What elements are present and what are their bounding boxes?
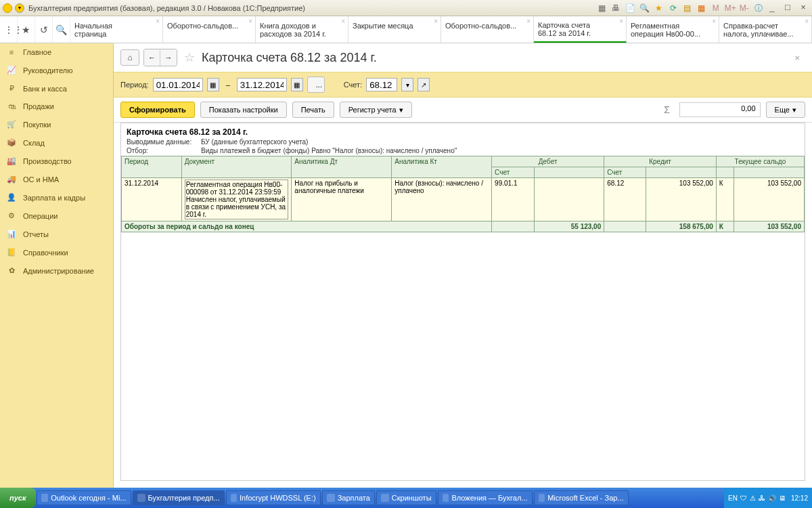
taskbar-app-icon <box>539 494 545 502</box>
tb-icon[interactable]: ▤ <box>682 3 693 14</box>
tab-close-icon[interactable]: × <box>712 18 716 25</box>
date-to-picker-icon[interactable]: ▦ <box>291 78 303 91</box>
taskbar-item[interactable]: Вложения — Бухгал... <box>438 490 533 505</box>
favorite-star-icon[interactable]: ☆ <box>184 50 195 65</box>
tray-icon[interactable]: 🖥 <box>779 494 786 502</box>
sidebar-item[interactable]: 🏭Производство <box>0 152 113 170</box>
sidebar-item[interactable]: 🛍Продажи <box>0 98 113 115</box>
sidebar-item-label: Покупки <box>23 121 51 129</box>
back-button[interactable]: ← <box>144 49 160 66</box>
maximize-button[interactable]: □ <box>782 3 794 14</box>
period-picker-button[interactable]: ... <box>307 77 325 93</box>
start-button[interactable]: пуск <box>0 488 36 508</box>
system-tray[interactable]: EN 🛡 ⚠ 🖧 🔊 🖥 12:12 <box>724 488 812 508</box>
tab[interactable]: Книга доходов ирасходов за 2014 г.× <box>256 16 348 43</box>
sidebar-item[interactable]: 📒Справочники <box>0 243 113 261</box>
sidebar-item-label: Главное <box>23 48 51 56</box>
tab-close-icon[interactable]: × <box>526 18 531 25</box>
date-from-input[interactable] <box>153 78 203 91</box>
tray-icon[interactable]: 🛡 <box>740 494 747 502</box>
sidebar-item[interactable]: 👤Зарплата и кадры <box>0 188 113 207</box>
sidebar-item[interactable]: 🚚ОС и НМА <box>0 170 113 188</box>
tab-close-icon[interactable]: × <box>156 18 160 25</box>
print-button[interactable]: Печать <box>292 102 334 118</box>
taskbar-item[interactable]: Outlook сегодня - Mi... <box>37 490 131 505</box>
sidebar-item[interactable]: ≡Главное <box>0 43 113 61</box>
history-icon[interactable]: ↺ <box>35 16 53 43</box>
app-menu-button[interactable]: ▾ <box>15 3 24 13</box>
tb-m[interactable]: M <box>710 3 721 14</box>
tray-icon[interactable]: 🔊 <box>768 494 776 502</box>
tab-close-icon[interactable]: × <box>248 18 252 25</box>
sum-icon[interactable]: Σ <box>660 104 674 115</box>
tab[interactable]: Оборотно-сальдов... × <box>441 16 534 43</box>
tab[interactable]: Регламентнаяоперация Нв00-00...× <box>627 16 719 43</box>
tab-close-icon[interactable]: × <box>341 18 345 25</box>
tb-icon[interactable]: ▦ <box>596 3 607 14</box>
tray-icon[interactable]: ⚠ <box>750 494 756 502</box>
account-input[interactable] <box>366 78 397 91</box>
register-button[interactable]: Регистр учета▾ <box>340 102 412 118</box>
nav-sidebar: ≡Главное📈Руководителю₽Банк и касса🛍Прода… <box>0 43 114 488</box>
tb-icon[interactable]: 🖶 <box>610 3 621 14</box>
sidebar-icon: ✿ <box>7 266 16 275</box>
sidebar-item[interactable]: ⚙Операции <box>0 207 113 225</box>
taskbar-item[interactable]: Бухгалтерия предп... <box>133 490 225 505</box>
sidebar-item[interactable]: 📊Отчеты <box>0 225 113 243</box>
tb-mminus[interactable]: M- <box>739 3 750 14</box>
table-row[interactable]: 31.12.2014 Регламентная операция Нв00-00… <box>122 178 805 221</box>
nav-back-forward: ← → <box>143 49 177 66</box>
close-button[interactable]: × <box>797 3 809 14</box>
clock[interactable]: 12:12 <box>788 494 808 502</box>
tab-close-icon[interactable]: × <box>434 18 438 25</box>
account-open-icon[interactable]: ↗ <box>418 78 430 91</box>
minimize-button[interactable]: _ <box>766 3 778 14</box>
taskbar-item[interactable]: Microsoft Excel - Зар... <box>534 490 629 505</box>
tb-icon[interactable]: ▦ <box>696 3 707 14</box>
sidebar-icon: ≡ <box>7 48 16 56</box>
sidebar-icon: 🛒 <box>7 120 16 129</box>
date-from-picker-icon[interactable]: ▦ <box>207 78 219 91</box>
tb-info-icon[interactable]: ⓘ <box>753 3 764 14</box>
page-close-button[interactable]: × <box>794 53 805 63</box>
tab[interactable]: Закрытие месяца × <box>348 16 441 43</box>
tab[interactable]: Карточка счета68.12 за 2014 г.× <box>534 16 627 43</box>
show-settings-button[interactable]: Показать настройки <box>200 102 287 118</box>
tab[interactable]: Справка-расчетналога, уплачивае...× <box>719 16 812 43</box>
forward-button[interactable]: → <box>160 49 177 66</box>
taskbar-item[interactable]: Зарплата <box>322 490 375 505</box>
tab-close-icon[interactable]: × <box>619 18 623 25</box>
sidebar-item[interactable]: ✿Администрирование <box>0 261 113 280</box>
home-button[interactable]: ⌂ <box>120 49 139 66</box>
language-indicator[interactable]: EN <box>728 494 738 502</box>
apps-grid-icon[interactable]: ⋮⋮⋮ <box>0 16 18 43</box>
sidebar-item[interactable]: 🛒Покупки <box>0 115 113 133</box>
tray-icon[interactable]: 🖧 <box>759 494 765 502</box>
tb-icon[interactable]: 🔍 <box>639 3 650 14</box>
tb-icon[interactable]: 📄 <box>625 3 635 14</box>
sidebar-item[interactable]: 📦Склад <box>0 133 113 152</box>
taskbar-item[interactable]: Infocrypt HWDSSL (E:) <box>226 490 321 505</box>
date-to-input[interactable] <box>237 78 287 91</box>
generate-button[interactable]: Сформировать <box>120 102 195 118</box>
sidebar-item-label: Отчеты <box>23 230 49 238</box>
tb-mplus[interactable]: M+ <box>725 3 736 14</box>
sidebar-item[interactable]: ₽Банк и касса <box>0 79 113 98</box>
window-title: Бухгалтерия предприятия (базовая), редак… <box>28 4 305 12</box>
taskbar-item[interactable]: Скриншоты <box>376 490 436 505</box>
tb-icon[interactable]: ★ <box>653 3 664 14</box>
tab[interactable]: Оборотно-сальдов... × <box>163 16 256 43</box>
favorite-icon[interactable]: ★ <box>18 16 35 43</box>
search-icon[interactable]: 🔍 <box>53 16 70 43</box>
tab[interactable]: Начальнаястраница× <box>70 16 163 43</box>
sidebar-item[interactable]: 📈Руководителю <box>0 61 113 79</box>
taskbar-app-icon <box>443 494 449 502</box>
windows-taskbar: пуск Outlook сегодня - Mi...Бухгалтерия … <box>0 488 812 508</box>
period-label: Период: <box>120 81 149 89</box>
sidebar-icon: 🏭 <box>7 156 16 165</box>
account-dropdown-icon[interactable]: ▾ <box>401 78 413 91</box>
more-button[interactable]: Еще▾ <box>766 102 805 118</box>
tb-icon[interactable]: ⟳ <box>668 3 679 14</box>
period-toolbar: Период: ▦ – ▦ ... Счет: ▾ ↗ <box>114 72 812 98</box>
tab-close-icon[interactable]: × <box>805 18 809 25</box>
